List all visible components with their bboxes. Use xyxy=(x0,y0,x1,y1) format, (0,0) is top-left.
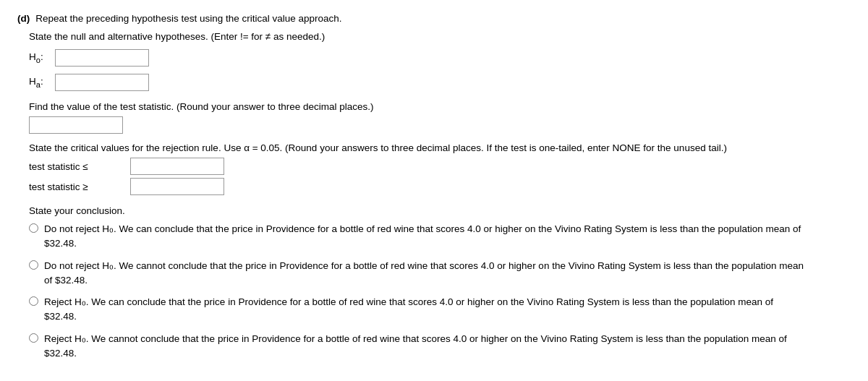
ha-input[interactable] xyxy=(55,74,149,91)
option-4-text: Reject H₀. We cannot conclude that the p… xyxy=(44,332,787,361)
critical-row2-label: test statistic ≥ xyxy=(29,181,130,192)
intro-text: Repeat the preceding hypothesis test usi… xyxy=(35,13,341,24)
option-1: Do not reject H₀. We can conclude that t… xyxy=(29,222,851,252)
option-3-text: Reject H₀. We can conclude that the pric… xyxy=(44,295,773,325)
hypotheses-instructions: State the null and alternative hypothese… xyxy=(29,31,851,42)
option-4: Reject H₀. We cannot conclude that the p… xyxy=(29,332,851,361)
option-4-radio[interactable] xyxy=(29,333,38,343)
h0-label: Ho: xyxy=(29,51,55,64)
critical-row1-label: test statistic ≤ xyxy=(29,161,130,172)
option-3: Reject H₀. We can conclude that the pric… xyxy=(29,295,851,325)
test-statistic-instructions: Find the value of the test statistic. (R… xyxy=(29,101,851,112)
ha-label: Ha: xyxy=(29,76,55,89)
test-statistic-section: Find the value of the test statistic. (R… xyxy=(29,101,851,134)
option-2-text: Do not reject H₀. We cannot conclude tha… xyxy=(44,259,804,288)
conclusion-title: State your conclusion. xyxy=(29,205,851,216)
part-label: (d) xyxy=(17,13,30,24)
critical-values-section: State the critical values for the reject… xyxy=(29,142,851,195)
h0-input[interactable] xyxy=(55,49,149,67)
critical-value-upper-input[interactable] xyxy=(130,178,224,195)
option-2: Do not reject H₀. We cannot conclude tha… xyxy=(29,259,851,288)
hypotheses-section: State the null and alternative hypothese… xyxy=(29,31,851,91)
option-2-radio[interactable] xyxy=(29,260,38,270)
critical-value-lower-input[interactable] xyxy=(130,158,224,175)
critical-values-instructions: State the critical values for the reject… xyxy=(29,142,851,153)
option-3-radio[interactable] xyxy=(29,296,38,306)
option-1-radio[interactable] xyxy=(29,223,38,233)
test-statistic-input[interactable] xyxy=(29,116,123,134)
option-1-text: Do not reject H₀. We can conclude that t… xyxy=(44,222,801,252)
conclusion-section: State your conclusion. Do not reject H₀.… xyxy=(29,205,851,361)
